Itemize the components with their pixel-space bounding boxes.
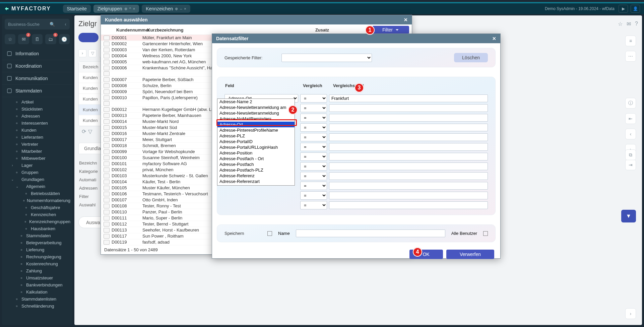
tree-item[interactable]: ▫Kennzeichengruppen [11,218,70,225]
operator-select[interactable]: = [300,162,327,171]
tree-item[interactable]: ▫Mitbewerber [11,155,70,162]
close-icon[interactable]: × [184,7,186,11]
modal2-close-icon[interactable]: ✕ [492,36,496,41]
row-checkbox[interactable] [104,234,110,239]
tree-item[interactable]: ▫Hausbanken [11,225,70,232]
dropdown-option[interactable]: Adresse-Postfach [217,161,295,167]
row-checkbox[interactable] [104,198,110,202]
list-item[interactable]: Kunden [79,72,102,83]
dropdown-option[interactable]: Adresse-Referenzart [217,179,295,184]
filter-button[interactable]: ▼ [621,210,636,222]
row-checkbox[interactable] [104,204,110,208]
list-item[interactable]: Kunden [79,94,102,105]
tree-item[interactable]: ▫Artikel [11,99,70,106]
row-checkbox[interactable] [104,77,110,82]
more-icon[interactable]: ⋯ [625,51,636,62]
collapse-sidebar-icon[interactable]: ‹ [65,21,66,27]
clock-icon[interactable]: 🕓 [59,34,70,44]
filter-button[interactable]: Filter⏷ [372,26,409,34]
row-checkbox[interactable] [104,101,110,106]
help-icon[interactable]: ? [635,21,638,27]
tree-item[interactable]: ▫Geschäftsjahre [11,204,70,211]
row-checkbox[interactable] [104,83,110,88]
value-input[interactable] [329,104,488,112]
operator-select[interactable]: = [300,172,327,180]
row-checkbox[interactable] [104,60,110,64]
modal1-close-icon[interactable]: ✕ [404,17,408,22]
operator-select[interactable]: = [300,104,327,112]
star-icon[interactable]: ☆ [618,21,623,27]
row-checkbox[interactable] [104,113,110,118]
tree-item[interactable]: ▫Schnelländerung [11,303,70,310]
sidebar-section[interactable]: Kommunikation [2,72,72,85]
notify-icon[interactable]: 🗂5 [45,34,56,44]
menu-icon[interactable]: ≡ [625,36,636,46]
saved-filters-select[interactable] [281,54,372,62]
tree-item[interactable]: ▫Nummernformatierung [11,197,70,204]
tree-item[interactable]: ▫Gruppen [11,169,70,176]
mail-icon[interactable]: ✉2 [18,34,29,44]
row-checkbox[interactable] [104,66,110,70]
tree-item[interactable]: ▫Lieferung [11,246,70,253]
row-checkbox[interactable] [104,42,110,46]
col-kurzbezeichnung[interactable]: Kurzbezeichnung [147,27,315,32]
operator-select[interactable]: = [300,191,327,200]
operator-select[interactable]: = [300,152,327,161]
dropdown-option[interactable]: Adresse-Postfach-PLZ [217,167,295,173]
value-input[interactable] [329,94,488,102]
info-icon[interactable]: ⓘ [625,98,636,109]
tree-item[interactable]: ⌄Grundlagen [11,176,70,183]
first-icon[interactable]: ⇤ [625,113,636,124]
dropdown-option[interactable]: Adresse-Newsletteranmeldung [217,110,295,116]
tree-item[interactable]: ▫Kennzeichen [11,211,70,218]
value-input[interactable] [329,182,488,190]
window-icon[interactable]: ⧉ [625,149,636,160]
tree-item[interactable]: ▫Mitarbeiter [11,148,70,155]
value-input[interactable] [329,201,488,209]
operator-select[interactable]: = [300,182,327,190]
operator-select[interactable]: = [300,133,327,141]
tree-item[interactable]: ▫Stücklisten [11,106,70,113]
favorite-icon[interactable]: ☆ [5,34,15,44]
tree-item[interactable]: ▫Stammdaten [11,232,70,239]
sidebar-search[interactable]: Business-Suche 🔍 ‹ [5,19,70,29]
row-checkbox[interactable] [104,149,110,154]
tree-item[interactable]: ▫Kalkulation [11,288,70,296]
dropdown-option[interactable]: Adresse-Position [217,150,295,156]
row-checkbox[interactable] [104,161,110,166]
operator-select[interactable]: = [300,114,327,122]
dropdown-option[interactable]: Adresse-PinterestProfileName [217,127,295,133]
sidebar-section[interactable]: Information [2,48,72,60]
row-checkbox[interactable] [104,119,110,124]
row-checkbox[interactable] [104,143,110,148]
tree-item[interactable]: ▫Belegverarbeitung [11,239,70,246]
all-users-checkbox[interactable] [483,231,488,236]
operator-select[interactable]: = [300,94,327,103]
save-name-input[interactable] [296,230,445,237]
dropdown-option[interactable]: Adresse-Skype [217,184,295,186]
discard-button[interactable]: Verwerfen [446,250,494,259]
sidebar-section[interactable]: Koordination [2,60,72,72]
save-checkbox[interactable] [267,231,272,236]
col-kundennummer[interactable]: Kundennummer [116,27,147,32]
row-checkbox[interactable] [104,216,110,220]
tree-item[interactable]: ▫Bankverbindungen [11,281,70,288]
value-input[interactable] [329,192,488,199]
forward-icon[interactable]: ▶ [619,5,628,13]
expand-icon[interactable]: › [78,49,86,57]
tree-item[interactable]: ›Lager [11,162,70,169]
value-input[interactable] [329,172,488,180]
mail-icon[interactable]: ✉ [627,21,631,27]
row-checkbox[interactable] [104,168,110,172]
dropdown-option[interactable]: Adresse-PortalID [217,139,295,144]
tab-kennzeichen[interactable]: Kennzeichen⊕–× [142,5,190,13]
list-item[interactable]: Kunden [79,105,102,115]
list-item[interactable]: Kunden [79,115,102,126]
filter-toggle-icon[interactable]: ▽ [88,128,92,135]
tree-item[interactable]: ▫Rechnungslegung [11,253,70,260]
tree-item[interactable]: ▫Stammdatenlisten [11,296,70,303]
tree-item[interactable]: ▫Lieferanten [11,134,70,141]
row-checkbox[interactable] [104,95,110,100]
dropdown-option[interactable]: Adresse-Name 2 [217,99,295,105]
row-checkbox[interactable] [104,131,110,136]
